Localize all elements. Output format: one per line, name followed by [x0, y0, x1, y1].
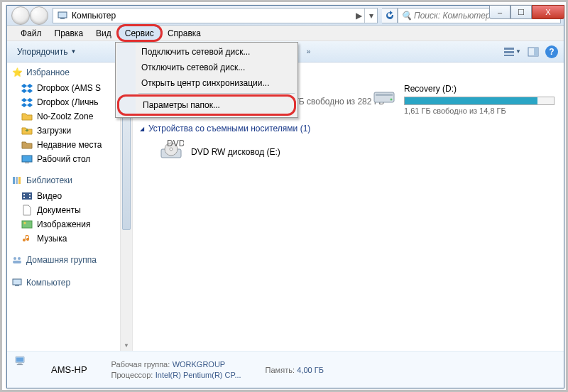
sidebar-item-dropbox-personal[interactable]: Dropbox (Личнь: [7, 95, 120, 109]
svg-rect-2: [504, 48, 514, 50]
svg-rect-21: [13, 261, 21, 263]
menu-file[interactable]: Файл: [14, 26, 48, 40]
menu-item-unmap-drive[interactable]: Отключить сетевой диск...: [117, 60, 296, 75]
video-icon: [21, 190, 33, 202]
drive-recovery-d[interactable]: Recovery (D:) 1,61 ГБ свободно из 14,8 Г…: [370, 84, 555, 115]
svg-rect-0: [58, 12, 67, 18]
svg-rect-16: [29, 197, 31, 198]
sidebar-item-music[interactable]: Музыка: [7, 232, 120, 246]
svg-text:DVD: DVD: [167, 139, 184, 148]
maximize-button[interactable]: ☐: [510, 5, 532, 19]
address-bar[interactable]: Компьютер ▶ ▾: [53, 8, 378, 23]
svg-rect-1: [60, 18, 65, 19]
svg-rect-11: [18, 177, 21, 184]
search-placeholder: Поиск: Компьютер: [414, 11, 491, 21]
toolbar-preview-pane-button[interactable]: [527, 45, 540, 58]
service-menu-dropdown: Подключить сетевой диск... Отключить сет…: [115, 42, 298, 118]
sidebar-item-videos[interactable]: Видео: [7, 189, 120, 203]
sidebar-computer-header[interactable]: Компьютер: [7, 276, 120, 291]
section-removable-header[interactable]: ◢ Устройства со съемными носителями (1): [140, 124, 557, 134]
menu-view[interactable]: Вид: [89, 26, 118, 40]
drive-name: DVD RW дисковод (E:): [191, 147, 280, 157]
folder-icon: [21, 111, 33, 122]
sidebar-item-dropbox-ams[interactable]: Dropbox (AMS S: [7, 81, 120, 95]
chevron-down-icon[interactable]: ▼: [515, 48, 521, 55]
menu-item-map-drive[interactable]: Подключить сетевой диск...: [117, 44, 296, 60]
svg-rect-32: [16, 357, 23, 361]
sidebar-item-pictures[interactable]: Изображения: [7, 217, 120, 232]
menu-separator: [138, 93, 295, 94]
drive-name: Recovery (D:): [404, 84, 555, 94]
address-dropdown-button[interactable]: ▾: [364, 9, 377, 23]
drive-usage-text: 1,61 ГБ свободно из 14,8 ГБ: [404, 107, 555, 115]
menu-item-sync-center[interactable]: Открыть центр синхронизации...: [117, 75, 296, 91]
computer-icon: [11, 277, 23, 288]
svg-rect-3: [504, 51, 514, 53]
nav-back-button[interactable]: [11, 6, 30, 25]
svg-point-19: [13, 257, 16, 260]
svg-rect-25: [376, 94, 393, 96]
toolbar-view-button[interactable]: [503, 45, 515, 58]
svg-rect-7: [22, 156, 32, 162]
svg-rect-14: [23, 197, 25, 198]
documents-icon: [21, 205, 33, 216]
sidebar-item-desktop[interactable]: Рабочий стол: [7, 152, 120, 166]
desktop-icon: [21, 153, 33, 165]
help-button[interactable]: ?: [545, 45, 558, 58]
svg-rect-8: [25, 163, 29, 163]
svg-rect-17: [22, 221, 32, 228]
details-pane: AMS-HP Рабочая группа: WORKGROUP Процесс…: [7, 351, 564, 388]
dropbox-icon: [21, 97, 33, 108]
breadcrumb-chevron-icon[interactable]: ▶: [356, 11, 361, 21]
svg-rect-6: [534, 48, 538, 56]
toolbar-overflow-chevron-icon[interactable]: »: [307, 48, 311, 55]
dropbox-icon: [21, 82, 33, 94]
star-icon: ⭐: [11, 67, 23, 78]
menu-help[interactable]: Справка: [161, 26, 207, 40]
svg-point-18: [24, 222, 26, 224]
computer-large-icon: [14, 355, 44, 385]
homegroup-icon: [11, 254, 23, 266]
close-button[interactable]: X: [532, 5, 564, 19]
svg-rect-10: [16, 177, 18, 184]
nav-forward-button[interactable]: [30, 6, 48, 25]
drive-dvd-e[interactable]: DVD DVD RW дисковод (E:): [157, 139, 557, 165]
music-icon: [21, 233, 33, 244]
refresh-button[interactable]: [382, 8, 398, 23]
sidebar-item-downloads[interactable]: Загрузки: [7, 124, 120, 138]
dvd-drive-icon: DVD: [157, 139, 185, 165]
sidebar-homegroup-header[interactable]: Домашняя группа: [7, 253, 120, 268]
details-pc-name: AMS-HP: [51, 364, 87, 375]
toolbar-organize-label: Упорядочить: [17, 47, 67, 57]
svg-point-26: [390, 99, 393, 101]
svg-rect-12: [22, 192, 32, 200]
scroll-down-button[interactable]: ▼: [121, 339, 132, 351]
svg-rect-13: [23, 194, 25, 195]
svg-rect-15: [29, 194, 31, 195]
breadcrumb-computer[interactable]: Компьютер: [72, 11, 353, 21]
chevron-down-icon: ▼: [70, 48, 76, 55]
hard-drive-icon: [370, 84, 398, 109]
toolbar-organize-button[interactable]: Упорядочить ▼: [13, 45, 80, 58]
minimize-button[interactable]: –: [489, 5, 510, 19]
svg-rect-9: [13, 177, 15, 184]
drive-usage-bar: [404, 97, 555, 105]
sidebar-item-nozoolz[interactable]: No-Zoolz Zone: [7, 109, 120, 124]
sidebar-item-documents[interactable]: Документы: [7, 203, 120, 217]
triangle-collapse-icon[interactable]: ◢: [140, 126, 144, 132]
svg-rect-34: [17, 364, 23, 364]
libraries-icon: [11, 175, 23, 186]
sidebar-favorites-header[interactable]: ⭐ Избранное: [7, 65, 120, 81]
menu-service[interactable]: Сервис: [118, 26, 161, 40]
sidebar-item-recent[interactable]: Недавние места: [7, 138, 120, 152]
svg-rect-4: [504, 55, 514, 56]
pictures-icon: [21, 219, 33, 230]
svg-rect-23: [15, 285, 19, 286]
svg-rect-33: [18, 363, 21, 364]
sidebar-libraries-header[interactable]: Библиотеки: [7, 173, 120, 189]
menu-edit[interactable]: Правка: [48, 26, 90, 40]
svg-point-20: [18, 257, 21, 260]
svg-rect-22: [13, 279, 21, 285]
menu-item-folder-options[interactable]: Параметры папок...: [119, 96, 295, 114]
recent-icon: [21, 139, 33, 151]
